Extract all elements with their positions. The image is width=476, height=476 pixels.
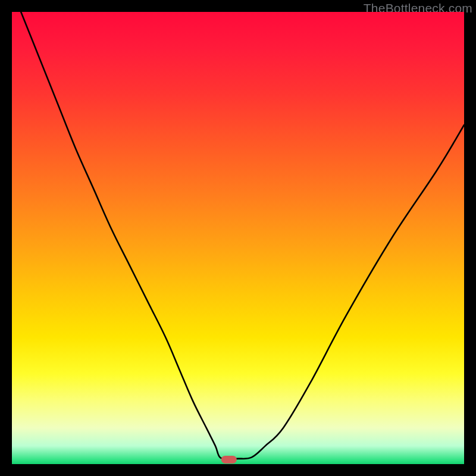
optimal-point-marker [221,456,237,464]
plot-area [12,12,464,464]
bottleneck-curve [21,12,464,459]
chart-frame: TheBottleneck.com [0,0,476,476]
curve-layer [12,12,464,464]
